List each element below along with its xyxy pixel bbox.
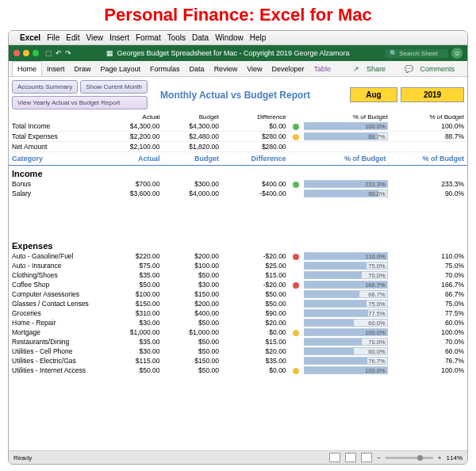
menu-insert[interactable]: Insert <box>109 33 129 42</box>
zoom-slider[interactable] <box>386 457 433 459</box>
report-table: Actual Budget Difference % of Budget % o… <box>9 113 467 375</box>
pct-bar: 100.0% <box>304 366 388 374</box>
redo-icon[interactable]: ↷ <box>65 49 71 57</box>
tab-home[interactable]: Home <box>12 61 42 76</box>
col-diff: Difference <box>222 113 290 121</box>
table-row[interactable]: Utilities - Electric/Gas $115.00 $150.00… <box>9 356 467 366</box>
table-row[interactable]: Utilities - Internet Access $50.00 $50.0… <box>9 366 467 375</box>
maximize-icon[interactable] <box>33 50 39 56</box>
row-label: Total Income <box>9 121 104 132</box>
table-row[interactable]: Auto - Insurance $75.00 $100.00 $25.00 7… <box>9 261 467 270</box>
accounts-summary-button[interactable]: Accounts Summary <box>12 80 78 94</box>
menu-excel[interactable]: Excel <box>20 33 40 42</box>
month-cell[interactable]: Aug <box>350 87 397 102</box>
table-row[interactable]: Restaurants/Dining $35.00 $50.00 $15.00 … <box>9 337 467 347</box>
row-label: Salary <box>9 189 104 198</box>
row-label: Utilities - Cell Phone <box>9 347 104 356</box>
view-break-icon[interactable] <box>361 453 372 462</box>
menu-data[interactable]: Data <box>192 33 209 42</box>
feedback-icon[interactable]: ☺ <box>451 48 463 59</box>
row-label: Groceries <box>9 308 104 318</box>
table-row[interactable]: Bonus $700.00 $300.00 $400.00 233.3% 233… <box>9 179 467 189</box>
table-row[interactable]: Net Amount $2,100.00 $1,820.00 $280.00 <box>9 142 467 152</box>
pct-bar: 66.7% <box>304 290 388 298</box>
menu-window[interactable]: Window <box>215 33 244 42</box>
status-indicator <box>293 330 299 336</box>
save-icon[interactable]: ⬚ <box>45 49 52 57</box>
table-row[interactable]: Total Income $4,300.00 $4,300.00 $0.00 1… <box>9 121 467 132</box>
pct-bar: 76.7% <box>304 357 388 365</box>
minimize-icon[interactable] <box>23 50 29 56</box>
row-label: Coffee Shop <box>9 280 104 289</box>
table-row[interactable]: Clothing/Shoes $35.00 $50.00 $15.00 70.0… <box>9 270 467 280</box>
row-label: Home - Repair <box>9 318 104 327</box>
close-icon[interactable] <box>13 50 20 56</box>
status-indicator <box>293 282 299 289</box>
row-label: Auto - Insurance <box>9 261 104 270</box>
pct-bar: 100.0% <box>304 328 388 336</box>
row-label: Bonus <box>9 179 104 189</box>
table-row[interactable]: Glasses / Contact Lenses $150.00 $200.00… <box>9 299 467 308</box>
table-row[interactable]: Mortgage $1,000.00 $1,000.00 $0.00 100.0… <box>9 327 467 337</box>
pct-bar: 233.3% <box>304 180 388 188</box>
titlebar: ⬚ ↶ ↷ ▦Georges Budget Spreadsheet for Ma… <box>9 45 467 61</box>
spreadsheet[interactable]: Accounts Summary Show Curent Month View … <box>9 77 467 450</box>
menu-tools[interactable]: Tools <box>167 33 186 42</box>
tab-insert[interactable]: Insert <box>42 62 70 76</box>
view-layout-icon[interactable] <box>345 453 356 462</box>
pct-bar: 166.7% <box>304 281 388 289</box>
comments-button[interactable]: 💬 Comments <box>400 62 464 76</box>
table-row[interactable]: Groceries $310.00 $400.00 $90.00 77.5% 7… <box>9 308 467 318</box>
pct-bar: 100.0% <box>304 122 388 130</box>
report-title: Monthly Actual vs Budget Report <box>160 90 310 101</box>
row-label: Mortgage <box>9 327 104 337</box>
view-normal-icon[interactable] <box>329 453 340 462</box>
year-cell[interactable]: 2019 <box>401 87 464 102</box>
mac-menubar: ExcelFileEditViewInsertFormatToolsDataWi… <box>9 31 467 45</box>
table-row[interactable]: Auto - Gasoline/Fuel $220.00 $200.00 -$2… <box>9 251 467 261</box>
row-label: Auto - Gasoline/Fuel <box>9 251 104 261</box>
share-button[interactable]: ↗ Share <box>348 62 395 76</box>
tab-review[interactable]: Review <box>209 62 243 76</box>
status-bar: Ready − + 114% <box>9 450 467 464</box>
pct-bar: 75.0% <box>304 262 388 270</box>
tab-data[interactable]: Data <box>185 62 209 76</box>
search-input[interactable]: 🔍 Search Sheet <box>385 49 448 58</box>
col-budget: Budget <box>163 113 223 121</box>
window-title: Georges Budget Spreadsheet for Mac - Cop… <box>117 49 349 57</box>
row-label: Restaurants/Dining <box>9 337 104 347</box>
zoom-level[interactable]: 114% <box>447 454 463 461</box>
zoom-in-icon[interactable]: + <box>438 454 442 461</box>
expenses-section: Expenses <box>9 238 467 251</box>
col-pob1: % of Budget <box>302 113 390 121</box>
menu-help[interactable]: Help <box>250 33 267 42</box>
table-row[interactable]: Total Expenses $2,200.00 $2,480.00 $280.… <box>9 132 467 142</box>
tab-draw[interactable]: Draw <box>70 62 96 76</box>
status-indicator <box>293 134 299 140</box>
zoom-out-icon[interactable]: − <box>377 454 381 461</box>
menu-file[interactable]: File <box>47 33 60 42</box>
menu-view[interactable]: View <box>86 33 104 42</box>
row-label: Computer Assessories <box>9 289 104 299</box>
table-row[interactable]: Home - Repair $30.00 $50.00 $20.00 60.0%… <box>9 318 467 327</box>
undo-icon[interactable]: ↶ <box>56 49 62 57</box>
tab-view[interactable]: View <box>242 62 267 76</box>
pct-bar: 110.0% <box>304 252 388 260</box>
table-row[interactable]: Coffee Shop $50.00 $30.00 -$20.00 166.7%… <box>9 280 467 289</box>
tab-developer[interactable]: Developer <box>267 62 309 76</box>
menu-format[interactable]: Format <box>136 33 161 42</box>
table-row[interactable]: Salary $3,600.00 $4,000.00 -$400.00 90.0… <box>9 189 467 198</box>
tab-formulas[interactable]: Formulas <box>145 62 185 76</box>
yearly-report-button[interactable]: View Yearly Actual vs Budget Report <box>12 96 148 109</box>
row-label: Total Expenses <box>9 132 104 142</box>
pct-bar: 88.7% <box>304 132 388 140</box>
tab-table[interactable]: Table <box>309 62 336 76</box>
menu-edit[interactable]: Edit <box>66 33 79 42</box>
tab-page-layout[interactable]: Page Layout <box>96 62 146 76</box>
show-current-month-button[interactable]: Show Curent Month <box>80 80 148 94</box>
ribbon-tabs: HomeInsertDrawPage LayoutFormulasDataRev… <box>9 61 467 77</box>
table-row[interactable]: Utilities - Cell Phone $30.00 $50.00 $20… <box>9 347 467 356</box>
excel-icon: ▦ <box>106 49 113 57</box>
table-row[interactable]: Computer Assessories $100.00 $150.00 $50… <box>9 289 467 299</box>
income-section: Income <box>9 166 467 180</box>
